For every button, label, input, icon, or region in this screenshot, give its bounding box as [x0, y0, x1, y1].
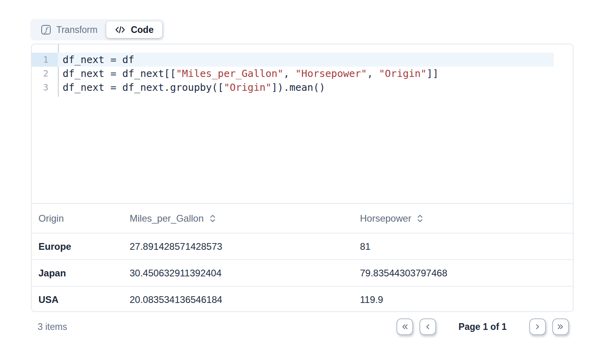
- line-number: 2: [32, 67, 58, 80]
- cell-origin: Japan: [32, 268, 130, 279]
- tab-transform[interactable]: ƒ Transform: [33, 21, 106, 38]
- code-icon: [115, 25, 125, 34]
- tab-code[interactable]: Code: [106, 21, 163, 38]
- cell-miles-per-gallon: 27.891428571428573: [130, 241, 360, 252]
- cell-origin: USA: [32, 294, 130, 305]
- cell-horsepower: 81: [360, 241, 573, 252]
- code-editor[interactable]: 1 df_next = df 2 df_next = df_next[["Mil…: [32, 44, 573, 204]
- cell-miles-per-gallon: 20.083534136546184: [130, 294, 360, 305]
- sort-icon[interactable]: [417, 214, 423, 223]
- view-mode-tabbar: ƒ Transform Code: [30, 19, 165, 40]
- column-header-origin: Origin: [32, 213, 130, 224]
- page-indicator: Page 1 of 1: [459, 322, 507, 332]
- code-line-1[interactable]: 1 df_next = df: [32, 53, 573, 67]
- previous-page-button[interactable]: [419, 318, 436, 335]
- code-text: df_next = df_next.groupby(["Origin"]).me…: [58, 80, 573, 94]
- cell-horsepower: 79.83544303797468: [360, 268, 573, 279]
- table-footer: 3 items Page 1 of 1: [38, 318, 569, 335]
- line-number: 3: [32, 80, 58, 94]
- double-chevron-left-icon: [400, 323, 409, 331]
- line-number: 1: [32, 53, 58, 67]
- pagination: Page 1 of 1: [396, 318, 569, 335]
- table-row: USA 20.083534136546184 119.9: [32, 286, 573, 312]
- code-text: df_next = df_next[["Miles_per_Gallon", "…: [58, 67, 573, 80]
- cell-origin: Europe: [32, 241, 130, 252]
- table-header-row: Origin Miles_per_Gallon Horsepower: [32, 204, 573, 233]
- chevron-right-icon: [534, 323, 542, 331]
- items-count: 3 items: [38, 322, 67, 332]
- table-row: Japan 30.450632911392404 79.835443037974…: [32, 259, 573, 286]
- tab-transform-label: Transform: [56, 25, 98, 35]
- code-result-panel: 1 df_next = df 2 df_next = df_next[["Mil…: [31, 44, 574, 312]
- function-icon: ƒ: [41, 25, 51, 34]
- cell-horsepower: 119.9: [360, 294, 573, 305]
- table-row: Europe 27.891428571428573 81: [32, 233, 573, 259]
- cell-miles-per-gallon: 30.450632911392404: [130, 268, 360, 279]
- column-header-horsepower: Horsepower: [360, 213, 573, 224]
- code-line-2[interactable]: 2 df_next = df_next[["Miles_per_Gallon",…: [32, 67, 573, 80]
- column-header-miles-per-gallon: Miles_per_Gallon: [130, 213, 360, 224]
- tab-code-label: Code: [131, 25, 154, 35]
- first-page-button[interactable]: [396, 318, 413, 335]
- sort-icon[interactable]: [209, 214, 216, 223]
- last-page-button[interactable]: [552, 318, 569, 335]
- next-page-button[interactable]: [529, 318, 546, 335]
- double-chevron-right-icon: [556, 323, 565, 331]
- chevron-left-icon: [424, 323, 432, 331]
- code-line-3[interactable]: 3 df_next = df_next.groupby(["Origin"]).…: [32, 80, 573, 94]
- code-text: df_next = df: [58, 53, 554, 67]
